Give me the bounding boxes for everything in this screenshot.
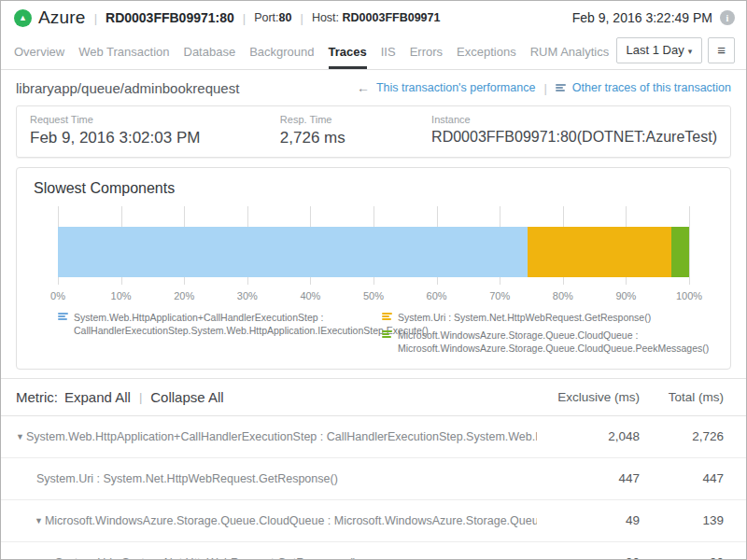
separator: | — [137, 390, 144, 404]
bar-segment-cloudqueue[interactable] — [671, 227, 689, 277]
tick-label: 40% — [300, 290, 320, 301]
legend-label: System.Web.HttpApplication+CallHandlerEx… — [74, 311, 429, 337]
column-header-exclusive: Exclusive (ms) — [537, 390, 640, 404]
tab-background[interactable]: Background — [249, 35, 314, 69]
time-range-value: Last 1 Day — [627, 43, 684, 57]
total-ms: 2,726 — [640, 429, 724, 443]
legend-swatch-icon — [382, 313, 392, 324]
tab-iis[interactable]: IIS — [381, 35, 396, 69]
nav-tabs: Overview Web Transaction Database Backgr… — [1, 35, 746, 70]
host-value: RD0003FFB09971 — [343, 11, 441, 24]
time-range-dropdown[interactable]: Last 1 Day▾ — [616, 37, 703, 63]
tick-label: 50% — [363, 290, 384, 301]
exclusive-ms: 447 — [537, 471, 640, 485]
separator: | — [241, 11, 247, 25]
total-ms: 90 — [640, 555, 724, 560]
collapse-all-button[interactable]: Collapse All — [150, 389, 223, 405]
request-time-label: Request Time — [30, 114, 254, 125]
tab-web-transaction[interactable]: Web Transaction — [78, 35, 169, 69]
table-row[interactable]: System.Uri : System.Net.HttpWebRequest.G… — [1, 542, 746, 560]
tick-label: 10% — [111, 290, 132, 301]
tab-overview[interactable]: Overview — [14, 35, 64, 69]
legend-label: Microsoft.WindowsAzure.Storage.Queue.Clo… — [398, 329, 712, 355]
monitor-host-port: RD0003FFB09971:80 — [106, 10, 234, 25]
resp-time-block: Resp. Time 2,726 ms — [267, 114, 418, 147]
transaction-name: libraryapp/queue/adminbookrequest — [16, 80, 239, 96]
metric-text: Microsoft.WindowsAzure.Storage.Queue.Clo… — [45, 514, 537, 527]
transaction-performance-link[interactable]: This transaction's performance — [376, 81, 536, 94]
chevron-down-icon: ▾ — [688, 47, 693, 56]
metric-text: System.Web.HttpApplication+CallHandlerEx… — [26, 430, 537, 443]
hamburger-menu-button[interactable]: ≡ — [708, 37, 735, 63]
collapse-triangle-icon[interactable]: ▼ — [35, 516, 43, 525]
top-bar: ▲ Azure | RD0003FFB09971:80 | Port:80 | … — [1, 1, 746, 35]
app-window: ▲ Azure | RD0003FFB09971:80 | Port:80 | … — [0, 0, 747, 560]
expand-all-button[interactable]: Expand All — [64, 389, 131, 405]
total-ms: 139 — [640, 513, 724, 527]
legend-swatch-icon — [382, 330, 392, 355]
back-arrow-icon: ← — [357, 80, 370, 95]
exclusive-ms: 49 — [537, 513, 640, 527]
poll-timestamp: Feb 9, 2016 3:22:49 PM — [572, 10, 712, 25]
slowest-components-panel: Slowest Components 0% 10% 20% 30% 40% 50… — [16, 167, 731, 370]
table-row[interactable]: ▼Microsoft.WindowsAzure.Storage.Queue.Cl… — [1, 500, 746, 542]
tick-label: 0% — [50, 290, 65, 301]
metric-name: ▼Microsoft.WindowsAzure.Storage.Queue.Cl… — [1, 514, 537, 527]
separator: | — [298, 11, 304, 25]
request-time-block: Request Time Feb 9, 2016 3:02:03 PM — [17, 114, 267, 147]
legend-item: System.Web.HttpApplication+CallHandlerEx… — [58, 311, 365, 337]
other-traces-link[interactable]: Other traces of this transaction — [572, 81, 731, 94]
legend-item: Microsoft.WindowsAzure.Storage.Queue.Clo… — [382, 329, 712, 355]
exclusive-ms: 90 — [537, 555, 640, 560]
separator: | — [92, 11, 99, 25]
host-label: Host: — [312, 11, 339, 24]
tick-label: 30% — [237, 290, 258, 301]
tab-database[interactable]: Database — [184, 35, 236, 69]
trace-summary-panel: Request Time Feb 9, 2016 3:02:03 PM Resp… — [16, 105, 731, 158]
metric-text: System.Uri : System.Net.HttpWebRequest.G… — [36, 472, 338, 485]
legend-label: System.Uri : System.Net.HttpWebRequest.G… — [398, 311, 651, 324]
table-row[interactable]: System.Uri : System.Net.HttpWebRequest.G… — [1, 458, 746, 500]
metric-table: Metric: Expand All | Collapse All Exclus… — [1, 378, 746, 560]
metric-name: ▼System.Web.HttpApplication+CallHandlerE… — [1, 430, 537, 443]
instance-block: Instance RD0003FFB09971:80(DOTNET:AzureT… — [418, 114, 730, 147]
metric-label: Metric: — [16, 389, 58, 405]
top-bar-right: Feb 9, 2016 3:22:49 PM i — [572, 10, 735, 25]
instance-value: RD0003FFB09971:80(DOTNET:AzureTest) — [431, 129, 717, 146]
metric-controls: Metric: Expand All | Collapse All — [16, 389, 537, 405]
resp-time-value: 2,726 ms — [280, 129, 405, 147]
tab-rum-analytics[interactable]: RUM Analytics — [530, 35, 610, 69]
port-value: 80 — [279, 11, 292, 24]
separator: | — [542, 81, 548, 95]
instance-label: Instance — [431, 114, 717, 125]
tab-exceptions[interactable]: Exceptions — [457, 35, 516, 69]
hamburger-icon: ≡ — [717, 42, 726, 58]
table-row[interactable]: ▼System.Web.HttpApplication+CallHandlerE… — [1, 416, 746, 458]
monitor-identity: ▲ Azure | RD0003FFB09971:80 | Port:80 | … — [14, 7, 440, 28]
legend-item: System.Uri : System.Net.HttpWebRequest.G… — [382, 311, 712, 324]
info-icon[interactable]: i — [720, 10, 735, 25]
bar-segment-httpwebrequest[interactable] — [528, 227, 671, 277]
tab-traces[interactable]: Traces — [329, 35, 367, 69]
legend-column: System.Web.HttpApplication+CallHandlerEx… — [58, 311, 365, 356]
metric-table-header: Metric: Expand All | Collapse All Exclus… — [1, 379, 746, 416]
tab-list: Overview Web Transaction Database Backgr… — [14, 35, 609, 69]
tick-label: 60% — [427, 290, 447, 301]
stacked-bar-chart: 0% 10% 20% 30% 40% 50% 60% 70% 80% 90% 1… — [58, 206, 689, 301]
monitor-status-icon: ▲ — [14, 9, 32, 27]
column-header-total: Total (ms) — [640, 390, 724, 404]
tick-label: 90% — [615, 290, 636, 301]
tick-label: 70% — [489, 290, 510, 301]
metric-name: System.Uri : System.Net.HttpWebRequest.G… — [1, 556, 537, 560]
trace-header-row: libraryapp/queue/adminbookrequest ← This… — [1, 70, 746, 105]
bar-segment-httpapplication[interactable] — [58, 227, 528, 277]
collapse-triangle-icon[interactable]: ▼ — [16, 432, 24, 441]
chart-legend: System.Web.HttpApplication+CallHandlerEx… — [17, 301, 730, 359]
traces-list-icon — [556, 84, 566, 91]
port-info: Port:80 — [254, 11, 291, 24]
tab-errors[interactable]: Errors — [410, 35, 443, 69]
legend-swatch-icon — [58, 313, 68, 337]
tick-label: 20% — [174, 290, 194, 301]
resp-time-label: Resp. Time — [280, 114, 405, 125]
chart-title: Slowest Components — [17, 180, 730, 197]
